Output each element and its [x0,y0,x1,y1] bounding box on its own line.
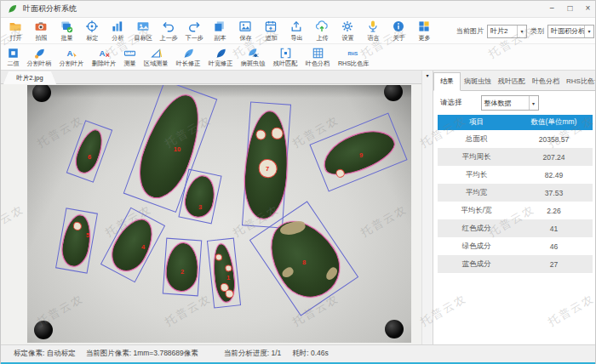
function-toolbar: 二值分割叶柄A分割叶片A删除叶片测量区域测量叶长修正叶宽修正病斑虫蚀残叶匹配叶色… [1,44,596,71]
result-item-label: 平均长 [438,170,515,180]
toolbar-button-label: 目标区 [134,34,152,43]
toolbar-button-label: 关于 [393,34,404,43]
result-item-value: 46 [515,242,593,251]
toolbar-button-image[interactable]: 目标区 [130,20,156,43]
toolbar-button-redo[interactable]: 下一步 [181,20,207,43]
microphone-icon [366,20,380,34]
data-scope-select[interactable]: 整体数据 ▾ [481,95,539,111]
toolbar-button-target[interactable]: 标定 [79,20,105,43]
panel-tab-3[interactable]: 叶色分档 [529,73,563,90]
toolbar-button-folder[interactable]: 打开 [3,20,28,43]
leaf-hole [225,264,232,272]
panel-tab-1[interactable]: 病斑虫蚀 [461,73,495,90]
toolbar-button-gear[interactable]: 设置 [335,20,360,43]
toolbar-button-upload[interactable]: 上传 [309,20,335,43]
result-item-value: 41 [515,225,593,233]
toolbar-button-microphone[interactable]: 语言 [360,20,386,43]
data-scope-value: 整体数据 [482,99,529,108]
function-button-split-petiole[interactable]: 分割叶柄 [23,46,55,68]
toolbar-button-save[interactable]: 保存 [232,20,258,43]
leaf-match-icon [279,46,292,60]
status-bar: 标定像素: 自动标定当前图片像素: 1mm=3.788689像素当前分析进度: … [1,344,596,362]
image-tab-label: 叶片2.jpg [16,74,43,82]
function-button-label: 病斑虫蚀 [241,60,266,68]
more-icon [417,20,431,34]
leaf-damage-patch [280,265,295,279]
close-button[interactable]: × [579,1,596,18]
table-row: 平均长/宽2.26 [438,202,593,219]
toolbar-button-label: 保存 [239,34,251,43]
toolbar-button-export[interactable]: 导出 [284,20,309,43]
svg-text:RHS: RHS [347,50,358,55]
status-item: 耗时: 0.46s [292,349,329,359]
toolbar-button-camera[interactable]: 拍照 [28,20,54,43]
function-button-binary[interactable]: 二值 [3,46,23,68]
category-select[interactable]: 叶面积分析 ▾ [547,25,594,38]
toolbar-button-more[interactable]: 更多 [411,20,437,43]
status-item: 当前图片像素: 1mm=3.788689像素 [86,349,198,359]
rhs-icon: RHS [347,46,360,60]
toolbar-right-group: 当前图片 叶片2 ▾ 类别 叶面积分析 ▾ [456,18,594,44]
panel-tab-2[interactable]: 残叶匹配 [495,73,529,90]
function-button-label: 分割叶片 [60,60,84,68]
function-button-label: 叶宽修正 [209,60,233,68]
result-item-label: 平均周长 [438,152,515,162]
function-button-pest[interactable]: 病斑虫蚀 [237,46,269,68]
delete-leaf-icon: A [98,46,111,60]
leaf-number: 4 [141,243,145,251]
toolbar-button-label: 标定 [86,34,98,43]
function-button-measure[interactable]: 测量 [120,46,140,68]
function-button-leaf-length[interactable]: 叶长修正 [172,46,204,68]
minimize-button[interactable]: − [543,1,561,18]
dropdown-arrow-icon: ▾ [517,26,526,37]
table-row: 总面积20358.57 [438,130,593,148]
maximize-button[interactable]: □ [561,1,579,18]
toolbar-button-label: 拍照 [35,34,47,43]
function-button-split-leaf[interactable]: A分割叶片 [55,46,88,68]
split-leaf-icon: A [66,46,78,60]
result-item-label: 蓝色成分 [438,259,515,270]
toolbar-button-batch[interactable]: 批量 [54,20,79,43]
function-button-region-measure[interactable]: 区域测量 [140,46,172,68]
photo: 61079354218 [27,85,411,343]
folder-icon [9,20,22,34]
leaf-length-icon [182,46,195,60]
function-button-leaf-match[interactable]: 残叶匹配 [269,46,301,68]
function-button-color-grade[interactable]: 叶色分档 [301,46,334,68]
leaf-number: 8 [302,259,306,266]
toolbar-button-info[interactable]: 关于 [386,20,411,43]
panel-tab-0[interactable]: 结果 [433,72,461,91]
image-tab-bar: 叶片2.jpg [1,71,421,84]
toolbar-button-label: 上传 [316,34,328,43]
color-grade-icon [312,46,324,60]
toolbar-button-undo[interactable]: 上一步 [156,20,181,43]
dropdown-arrow-icon: ▾ [529,96,538,110]
result-table-header-cell: 数值(单位mm) [515,117,593,128]
leaf-hole [215,253,223,261]
toolbar-button-chart[interactable]: 分析 [105,20,130,43]
image-tab[interactable]: 叶片2.jpg [3,71,56,84]
chart-icon [111,20,124,34]
current-image-select[interactable]: 叶片2 ▾ [487,25,527,38]
toolbar-button-append[interactable]: 追加 [258,20,284,43]
batch-icon [60,20,73,34]
info-icon [392,20,405,34]
result-item-value: 27 [515,260,593,269]
select-label: 请选择 [440,98,462,108]
pest-icon [247,46,260,60]
function-button-rhs[interactable]: RHSRHS比色库 [334,46,373,68]
toolbar-button-copy[interactable]: 副本 [207,20,232,43]
panel-tab-4[interactable]: RHS比色卡 [563,73,596,90]
scroll-arrow-icon: ▾ [422,72,433,78]
function-button-delete-leaf[interactable]: A删除叶片 [88,46,120,68]
leaf-damage-patch [324,265,339,282]
image-icon [136,20,150,34]
toolbar-button-label: 设置 [341,34,353,43]
function-button-label: 删除叶片 [92,60,117,68]
leaf-width-icon [215,46,227,60]
panel-scrollbar[interactable]: ▾ [421,71,433,344]
leaf-number: 2 [181,268,184,276]
function-button-leaf-width[interactable]: 叶宽修正 [204,46,237,68]
function-toolbar-buttons: 二值分割叶柄A分割叶片A删除叶片测量区域测量叶长修正叶宽修正病斑虫蚀残叶匹配叶色… [3,46,373,68]
toolbar-button-label: 批量 [60,34,72,43]
